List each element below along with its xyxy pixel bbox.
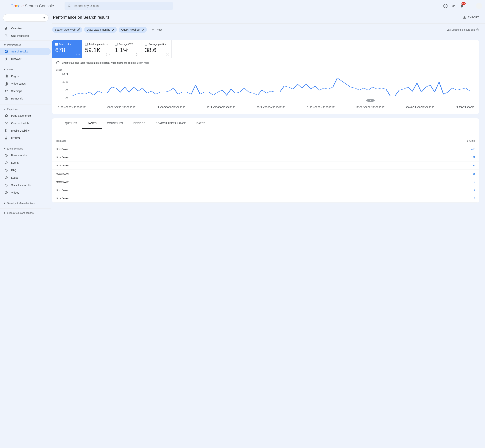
faq-icon bbox=[4, 168, 8, 172]
metric-value: 1.1% bbox=[115, 47, 139, 54]
table-row[interactable]: https://www 2 bbox=[52, 178, 479, 186]
https-icon bbox=[4, 136, 8, 140]
sidebar-item-removals[interactable]: Removals bbox=[0, 95, 51, 102]
sidebar-item-label: Mobile Usability bbox=[11, 129, 30, 132]
sidebar-item-logos[interactable]: Logos bbox=[0, 174, 51, 181]
checkbox-icon bbox=[55, 43, 58, 46]
sidebar-item-search-results[interactable]: Search results bbox=[0, 48, 51, 55]
sidebar-item-pages[interactable]: Pages bbox=[0, 72, 51, 80]
sidebar-item-mobile-usability[interactable]: Mobile Usability bbox=[0, 127, 51, 134]
filter-chip-search-type[interactable]: Search type: Web bbox=[52, 27, 82, 33]
edit-icon bbox=[77, 28, 80, 31]
search-icon bbox=[4, 34, 8, 38]
product-name: Search Console bbox=[25, 4, 54, 8]
sidebar-item-label: Sitemaps bbox=[11, 90, 22, 93]
sidebar-item-label: Events bbox=[11, 161, 19, 164]
sidebar-section-legacy-tools-and-reports[interactable]: Legacy tools and reports bbox=[0, 210, 51, 216]
removal-icon bbox=[4, 97, 8, 100]
table-row[interactable]: https://www 418 bbox=[52, 145, 479, 153]
svg-point-18 bbox=[477, 30, 478, 30]
property-selector[interactable] bbox=[3, 14, 48, 22]
search-input[interactable] bbox=[73, 4, 170, 8]
export-label: EXPORT bbox=[468, 16, 479, 19]
sidebar: Overview URL inspection Performance Sear… bbox=[0, 12, 52, 448]
notifications-icon[interactable]: 69 bbox=[460, 4, 464, 8]
table-row[interactable]: https://www. 189 bbox=[52, 153, 479, 161]
help-icon[interactable]: ? bbox=[106, 53, 110, 56]
sidebar-item-videos[interactable]: Videos bbox=[0, 189, 51, 196]
checkbox-icon bbox=[115, 43, 117, 46]
metric-value: 678 bbox=[55, 47, 79, 54]
sidebar-item-breadcrumbs[interactable]: Breadcrumbs bbox=[0, 152, 51, 159]
sidebar-section-security-manual-actions[interactable]: Security & Manual Actions bbox=[0, 200, 51, 206]
logo[interactable]: Google Search Console bbox=[10, 4, 54, 8]
table-cell-page: https://www. bbox=[56, 156, 69, 159]
svg-text:10/08/2022: 10/08/2022 bbox=[157, 106, 186, 108]
mobile-icon bbox=[4, 129, 8, 133]
table-row[interactable]: https://www. 2 bbox=[52, 186, 479, 194]
table-row[interactable]: https://www. 1 bbox=[52, 194, 479, 202]
menu-icon[interactable] bbox=[3, 4, 8, 8]
sidebar-section-index[interactable]: Index bbox=[0, 67, 51, 72]
table-row[interactable]: https://www. 39 bbox=[52, 161, 479, 170]
apps-icon[interactable] bbox=[468, 4, 472, 8]
sidebar-item-sitelinks-searchbox[interactable]: Sitelinks searchbox bbox=[0, 181, 51, 189]
people-icon[interactable] bbox=[451, 4, 456, 8]
sidebar-item-sitemaps[interactable]: Sitemaps bbox=[0, 87, 51, 95]
events-icon bbox=[4, 161, 8, 165]
sidebar-item-label: Logos bbox=[11, 176, 18, 179]
sort-down-icon bbox=[466, 140, 469, 142]
tab-pages[interactable]: PAGES bbox=[82, 118, 102, 129]
tab-devices[interactable]: DEVICES bbox=[128, 118, 150, 129]
svg-point-14 bbox=[6, 115, 7, 116]
table-cell-page: https://www. bbox=[56, 172, 69, 175]
close-icon[interactable] bbox=[141, 28, 145, 31]
avatar[interactable] bbox=[476, 3, 482, 9]
svg-text:0: 0 bbox=[65, 97, 69, 99]
chevron-right-icon bbox=[4, 212, 5, 214]
add-filter-button[interactable]: New bbox=[149, 28, 164, 32]
export-button[interactable]: EXPORT bbox=[463, 16, 479, 19]
sitelinks-icon bbox=[4, 183, 8, 187]
edit-icon bbox=[111, 28, 115, 31]
sidebar-item-https[interactable]: HTTPS bbox=[0, 134, 51, 142]
metric-average-position[interactable]: Average position 38.6 ? bbox=[142, 40, 172, 58]
help-icon[interactable]: ? bbox=[166, 53, 169, 56]
filter-icon[interactable] bbox=[471, 131, 475, 135]
sidebar-item-discover[interactable]: Discover bbox=[0, 55, 51, 63]
sidebar-item-faq[interactable]: FAQ bbox=[0, 167, 51, 174]
url-inspection-search[interactable] bbox=[64, 2, 173, 10]
tab-countries[interactable]: COUNTRIES bbox=[102, 118, 128, 129]
tab-queries[interactable]: QUERIES bbox=[60, 118, 82, 129]
tab-dates[interactable]: DATES bbox=[191, 118, 211, 129]
metric-total-clicks[interactable]: Total clicks 678 ? bbox=[52, 40, 82, 58]
sidebar-item-label: FAQ bbox=[11, 169, 16, 172]
sidebar-item-page-experience[interactable]: Page experience bbox=[0, 112, 51, 120]
sidebar-item-events[interactable]: Events bbox=[0, 159, 51, 167]
help-icon[interactable]: ? bbox=[136, 53, 139, 56]
sidebar-item-label: Core web vitals bbox=[11, 122, 29, 125]
filter-chip-date[interactable]: Date: Last 3 months bbox=[84, 27, 117, 33]
table-header-clicks[interactable]: Clicks bbox=[466, 140, 475, 142]
table-header-pages: Top pages bbox=[56, 140, 66, 142]
sidebar-item-url-inspection[interactable]: URL inspection bbox=[0, 32, 51, 40]
svg-text:30/07/2022: 30/07/2022 bbox=[107, 106, 136, 108]
table-row[interactable]: https://www. 26 bbox=[52, 170, 479, 178]
learn-more-link[interactable]: Learn more bbox=[137, 61, 149, 64]
table-cell-clicks: 39 bbox=[473, 164, 475, 167]
help-icon[interactable] bbox=[476, 28, 479, 31]
metric-average-ctr[interactable]: Average CTR 1.1% ? bbox=[112, 40, 142, 58]
sidebar-item-overview[interactable]: Overview bbox=[0, 25, 51, 32]
sidebar-item-core-web-vitals[interactable]: Core web vitals bbox=[0, 120, 51, 127]
sidebar-section-performance[interactable]: Performance bbox=[0, 42, 51, 48]
sidebar-section-experience[interactable]: Experience bbox=[0, 106, 51, 112]
filter-chip-query[interactable]: Query: +redirect bbox=[119, 27, 147, 33]
tab-search-appearance[interactable]: SEARCH APPEARANCE bbox=[150, 118, 191, 129]
sidebar-item-video-pages[interactable]: Video pages bbox=[0, 80, 51, 87]
sidebar-item-label: Overview bbox=[11, 27, 22, 30]
help-icon[interactable]: ? bbox=[76, 53, 80, 56]
metric-total-impressions[interactable]: Total impressions 59.1K ? bbox=[82, 40, 112, 58]
checkbox-icon bbox=[145, 43, 147, 46]
help-icon[interactable] bbox=[443, 4, 448, 8]
sidebar-section-enhancements[interactable]: Enhancements bbox=[0, 146, 51, 152]
